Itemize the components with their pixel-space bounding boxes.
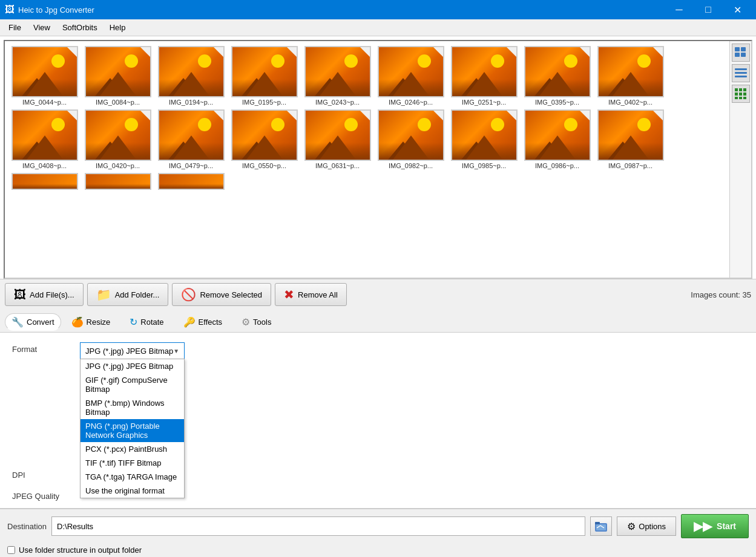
folder-icon: 📁 [96, 287, 111, 302]
maximize-button[interactable]: □ [694, 0, 722, 19]
checkbox-row: Use folder structure in output folder [0, 543, 756, 557]
tab-effects[interactable]: 🔑 Effects [174, 312, 232, 332]
list-item[interactable]: IMG_0408~p... [10, 109, 79, 169]
list-item[interactable]: IMG_0987~p... [596, 109, 665, 169]
list-item[interactable] [10, 173, 79, 191]
list-item[interactable]: IMG_0986~p... [522, 109, 592, 169]
svg-rect-6 [735, 76, 747, 77]
minimize-button[interactable]: ─ [665, 0, 693, 19]
jpeg-quality-label: JPEG Quality [12, 489, 73, 501]
grid-view-button[interactable] [732, 85, 750, 103]
dpi-label: DPI [12, 468, 73, 480]
remove-selected-button[interactable]: 🚫 Remove Selected [172, 283, 271, 306]
tab-rotate[interactable]: ↻ Rotate [120, 312, 173, 332]
list-item[interactable]: IMG_0195~p... [229, 46, 299, 106]
tab-convert[interactable]: 🔧 Convert [5, 313, 61, 331]
images-count-label: Images count: 35 [691, 290, 751, 299]
thumbnail-view-button[interactable] [732, 44, 750, 62]
thumbnail [231, 46, 298, 97]
add-folder-button[interactable]: 📁 Add Folder... [87, 283, 169, 306]
list-item[interactable] [156, 173, 226, 191]
options-button[interactable]: ⚙ Options [617, 516, 676, 536]
thumbnail-view-icon [735, 47, 747, 58]
tab-tools[interactable]: ⚙ Tools [232, 312, 280, 332]
dropdown-option-tga[interactable]: TGA (*.tga) TARGA Image [81, 470, 184, 484]
bottom-section: Destination ⚙ Options ▶▶ Start [0, 508, 756, 557]
destination-bar: Destination ⚙ Options ▶▶ Start [0, 509, 756, 543]
list-item[interactable]: IMG_0402~p... [596, 46, 665, 106]
format-dropdown-list[interactable]: JPG (*.jpg) JPEG Bitmap GIF (*.gif) Comp… [80, 359, 185, 498]
dropdown-option-gif[interactable]: GIF (*.gif) CompuServe Bitmap [81, 373, 184, 396]
menu-softorbits[interactable]: SoftOrbits [56, 21, 104, 34]
options-label: Options [639, 522, 666, 531]
start-button[interactable]: ▶▶ Start [681, 514, 749, 538]
svg-rect-13 [735, 97, 738, 99]
svg-rect-8 [739, 88, 742, 91]
list-item[interactable]: IMG_0243~p... [303, 46, 372, 106]
svg-rect-11 [739, 93, 742, 96]
browse-destination-button[interactable] [590, 516, 612, 536]
filename-label: IMG_0243~p... [315, 99, 360, 106]
list-view-button[interactable] [732, 64, 750, 82]
list-item[interactable]: IMG_0194~p... [156, 46, 226, 106]
svg-rect-10 [735, 93, 738, 96]
filename-label: IMG_0246~p... [389, 99, 433, 106]
list-item[interactable] [83, 173, 153, 191]
thumbnail [597, 46, 664, 97]
dropdown-option-png[interactable]: PNG (*.png) Portable Network Graphics [81, 419, 184, 442]
remove-all-button[interactable]: ✖ Remove All [275, 283, 347, 306]
destination-input[interactable] [51, 516, 585, 536]
close-button[interactable]: ✕ [723, 0, 751, 19]
thumbnail [451, 109, 518, 161]
menu-help[interactable]: Help [104, 21, 132, 34]
svg-rect-0 [735, 47, 740, 51]
format-dropdown-container[interactable]: JPG (*.jpg) JPEG Bitmap ▼ JPG (*.jpg) JP… [80, 342, 185, 359]
list-item[interactable]: IMG_0982~p... [376, 109, 445, 169]
filename-label: IMG_0195~p... [242, 99, 286, 106]
format-dropdown-header[interactable]: JPG (*.jpg) JPEG Bitmap ▼ [80, 342, 185, 359]
thumbnail [304, 46, 371, 97]
menu-file[interactable]: File [2, 21, 27, 34]
list-item[interactable]: IMG_0479~p... [156, 109, 226, 169]
add-files-icon: 🖼 [14, 288, 26, 302]
effects-tab-label: Effects [199, 318, 223, 327]
thumbnail [524, 109, 591, 161]
list-item[interactable]: IMG_0631~p... [303, 109, 372, 169]
gallery-area[interactable]: IMG_0044~p... IMG_0084~p... IMG_ [5, 41, 729, 278]
dropdown-option-original[interactable]: Use the original format [81, 484, 184, 498]
gear-icon: ⚙ [627, 521, 636, 532]
tab-resize[interactable]: 🍊 Resize [62, 312, 120, 332]
list-item[interactable]: IMG_0985~p... [449, 109, 519, 169]
main-content: IMG_0044~p... IMG_0084~p... IMG_ [0, 36, 756, 557]
filename-label: IMG_0402~p... [608, 99, 652, 106]
thumbnail [158, 109, 225, 161]
list-item[interactable]: IMG_0420~p... [83, 109, 153, 169]
list-item[interactable]: IMG_0084~p... [83, 46, 153, 106]
filename-label: IMG_0982~p... [389, 162, 433, 169]
list-item[interactable]: IMG_0550~p... [229, 109, 299, 169]
dropdown-option-pcx[interactable]: PCX (*.pcx) PaintBrush [81, 442, 184, 456]
list-item[interactable]: IMG_0246~p... [376, 46, 445, 106]
format-label: Format [12, 342, 73, 354]
folder-structure-checkbox[interactable] [7, 546, 15, 554]
list-item[interactable]: IMG_0395~p... [522, 46, 592, 106]
dropdown-option-jpg[interactable]: JPG (*.jpg) JPEG Bitmap [81, 359, 184, 373]
remove-selected-icon: 🚫 [181, 287, 196, 302]
svg-rect-4 [735, 68, 747, 70]
destination-label: Destination [7, 522, 47, 531]
thumbnail [451, 46, 518, 97]
list-item[interactable]: IMG_0251~p... [449, 46, 519, 106]
thumbnail [158, 46, 225, 97]
folder-open-icon [594, 520, 608, 533]
dropdown-option-tif[interactable]: TIF (*.tif) TIFF Bitmap [81, 456, 184, 470]
rotate-tab-icon: ↻ [130, 316, 137, 328]
svg-rect-12 [743, 93, 746, 96]
menu-view[interactable]: View [27, 21, 56, 34]
thumbnail [85, 46, 151, 97]
add-files-button[interactable]: 🖼 Add File(s)... [5, 283, 84, 306]
list-item[interactable]: IMG_0044~p... [10, 46, 79, 106]
folder-structure-label: Use folder structure in output folder [19, 546, 142, 555]
filename-label: IMG_0408~p... [22, 162, 67, 169]
filename-label: IMG_0251~p... [462, 99, 506, 106]
dropdown-option-bmp[interactable]: BMP (*.bmp) Windows Bitmap [81, 396, 184, 419]
